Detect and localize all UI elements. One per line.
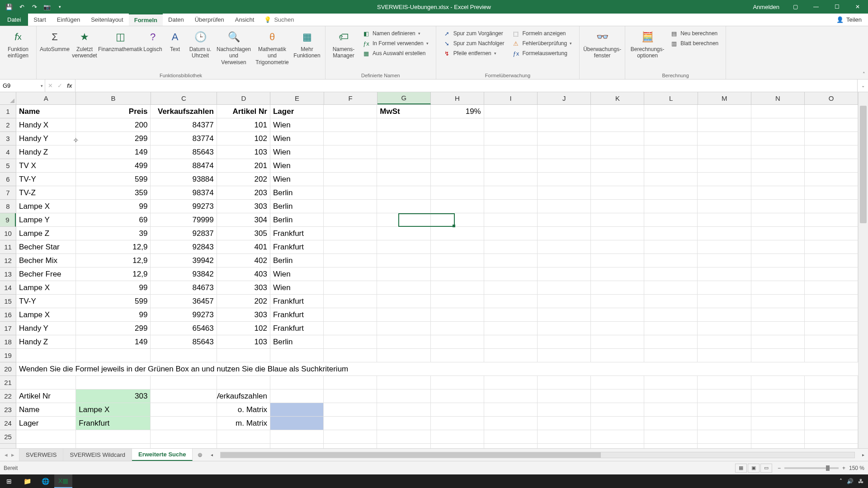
cell-J6[interactable] xyxy=(538,173,591,186)
cell-A20[interactable]: Wenden Sie die Formel jeweils in der Grü… xyxy=(16,362,858,376)
cell-K16[interactable] xyxy=(591,308,644,322)
cell-F24[interactable] xyxy=(324,417,377,430)
cell-N26[interactable] xyxy=(751,444,805,448)
enter-formula-button[interactable]: ✓ xyxy=(57,82,62,89)
cell-M8[interactable] xyxy=(698,200,751,213)
cell-I15[interactable] xyxy=(484,295,538,308)
cell-G4[interactable] xyxy=(377,145,430,159)
row-header-3[interactable]: 3 xyxy=(0,132,16,145)
redo-button[interactable]: ↷ xyxy=(29,1,40,12)
cell-L4[interactable] xyxy=(644,145,698,159)
cell-M5[interactable] xyxy=(698,159,751,173)
cell-A4[interactable]: Handy Z xyxy=(16,145,76,159)
datetime-button[interactable]: 🕒Datum u. Uhrzeit xyxy=(186,28,215,72)
cell-J7[interactable] xyxy=(538,186,591,200)
cell-A2[interactable]: Handy X xyxy=(16,118,76,132)
cell-C2[interactable]: 84377 xyxy=(151,118,217,132)
cell-J19[interactable] xyxy=(538,349,591,362)
cell-E12[interactable]: Berlin xyxy=(270,254,324,267)
recently-used-button[interactable]: ★Zuletzt verwendet xyxy=(70,28,99,72)
cell-I5[interactable] xyxy=(484,159,538,173)
cell-M14[interactable] xyxy=(698,281,751,295)
cell-M16[interactable] xyxy=(698,308,751,322)
cell-H17[interactable] xyxy=(431,322,484,335)
cell-A8[interactable]: Lampe X xyxy=(16,200,76,213)
row-headers[interactable]: 1234567891011121314151617181920212223242… xyxy=(0,105,16,448)
cell-M11[interactable] xyxy=(698,240,751,254)
cell-L9[interactable] xyxy=(644,213,698,227)
cell-O10[interactable] xyxy=(805,227,858,240)
cell-G9[interactable] xyxy=(377,213,430,227)
cell-I16[interactable] xyxy=(484,308,538,322)
tray-network-icon[interactable]: 🖧 xyxy=(858,478,863,484)
cell-D18[interactable]: 103 xyxy=(217,335,270,349)
cell-I4[interactable] xyxy=(484,145,538,159)
cell-C26[interactable] xyxy=(151,444,217,448)
tab-data[interactable]: Daten xyxy=(163,14,189,26)
cell-A15[interactable]: TV-Y xyxy=(16,295,76,308)
ribbon-display-options[interactable]: ▢ xyxy=(785,0,806,14)
cell-M15[interactable] xyxy=(698,295,751,308)
cell-O2[interactable] xyxy=(805,118,858,132)
cell-C22[interactable] xyxy=(151,389,217,403)
cell-C8[interactable]: 99273 xyxy=(151,200,217,213)
cell-G5[interactable] xyxy=(377,159,430,173)
start-button[interactable]: ⊞ xyxy=(0,474,18,488)
row-header-11[interactable]: 11 xyxy=(0,240,16,254)
cell-A6[interactable]: TV-Y xyxy=(16,173,76,186)
cell-A22[interactable]: Artikel Nr xyxy=(16,389,76,403)
cell-B6[interactable]: 599 xyxy=(76,173,151,186)
row-header-14[interactable]: 14 xyxy=(0,281,16,295)
cell-C4[interactable]: 85643 xyxy=(151,145,217,159)
cell-F19[interactable] xyxy=(324,349,377,362)
cell-F6[interactable] xyxy=(324,173,377,186)
cell-K25[interactable] xyxy=(591,430,644,444)
cell-M24[interactable] xyxy=(698,417,751,430)
financial-button[interactable]: ◫Finanzmathematik xyxy=(100,28,141,72)
cell-N11[interactable] xyxy=(751,240,805,254)
window-minimize[interactable]: — xyxy=(806,0,826,14)
cell-L15[interactable] xyxy=(644,295,698,308)
cell-G10[interactable] xyxy=(377,227,430,240)
cell-N18[interactable] xyxy=(751,335,805,349)
cell-D8[interactable]: 303 xyxy=(217,200,270,213)
cell-M25[interactable] xyxy=(698,430,751,444)
cell-D3[interactable]: 102 xyxy=(217,132,270,145)
cell-A18[interactable]: Handy Z xyxy=(16,335,76,349)
cell-A19[interactable] xyxy=(16,349,76,362)
cell-O9[interactable] xyxy=(805,213,858,227)
cell-K1[interactable] xyxy=(591,105,644,118)
cell-D2[interactable]: 101 xyxy=(217,118,270,132)
more-functions-button[interactable]: ▦Mehr Funktionen xyxy=(292,28,321,72)
cell-B24[interactable]: Frankfurt xyxy=(76,417,151,430)
cell-B14[interactable]: 99 xyxy=(76,281,151,295)
cell-L7[interactable] xyxy=(644,186,698,200)
row-header-12[interactable]: 12 xyxy=(0,254,16,267)
cell-F16[interactable] xyxy=(324,308,377,322)
cell-K4[interactable] xyxy=(591,145,644,159)
cell-M3[interactable] xyxy=(698,132,751,145)
cell-B16[interactable]: 99 xyxy=(76,308,151,322)
cell-K17[interactable] xyxy=(591,322,644,335)
row-header-10[interactable]: 10 xyxy=(0,227,16,240)
cell-C12[interactable]: 39942 xyxy=(151,254,217,267)
row-header-6[interactable]: 6 xyxy=(0,173,16,186)
cell-J14[interactable] xyxy=(538,281,591,295)
cell-M21[interactable] xyxy=(698,376,751,389)
cell-M22[interactable] xyxy=(698,389,751,403)
cell-O1[interactable] xyxy=(805,105,858,118)
cell-K5[interactable] xyxy=(591,159,644,173)
cell-L8[interactable] xyxy=(644,200,698,213)
cancel-formula-button[interactable]: ✕ xyxy=(48,82,53,89)
cell-M6[interactable] xyxy=(698,173,751,186)
cell-G17[interactable] xyxy=(377,322,430,335)
zoom-out-button[interactable]: − xyxy=(778,465,781,471)
cell-M10[interactable] xyxy=(698,227,751,240)
column-header-G[interactable]: G xyxy=(377,92,431,104)
cell-F10[interactable] xyxy=(324,227,377,240)
cell-D21[interactable] xyxy=(217,376,270,389)
cell-B26[interactable] xyxy=(76,444,151,448)
cell-E26[interactable] xyxy=(270,444,324,448)
new-sheet-button[interactable]: ⊕ xyxy=(193,449,207,461)
cell-O17[interactable] xyxy=(805,322,858,335)
